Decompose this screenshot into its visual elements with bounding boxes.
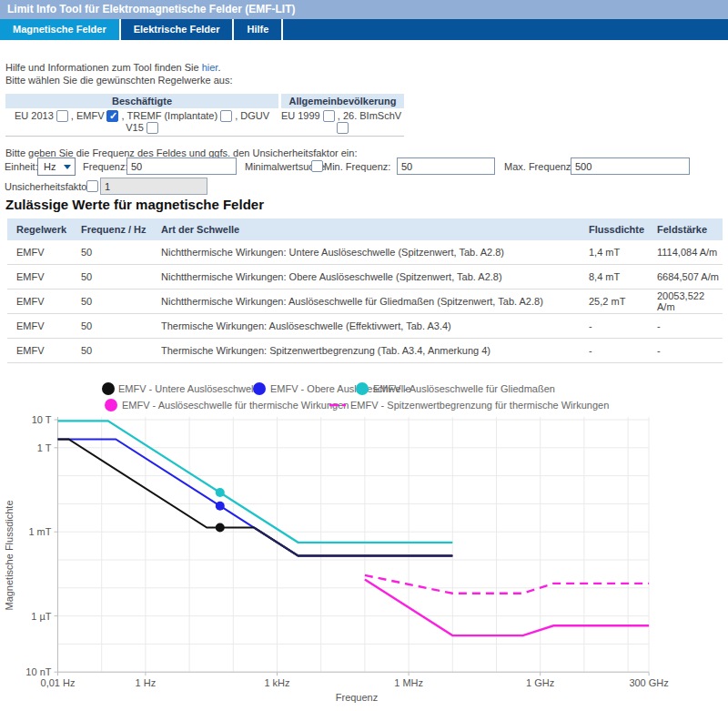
beschaeftigte-checkbox-group: EU 2013 , EMFV , TREMF (Implantate) , DG…: [5, 110, 278, 134]
legend-label: EMFV - Auslöseschwelle für thermische Wi…: [122, 400, 349, 411]
table-row: EMFV50Thermische Wirkungen: Auslöseschwe…: [7, 314, 723, 339]
table-cell: -: [581, 314, 650, 338]
max-frequenz-label: Max. Frequenz:: [504, 157, 573, 176]
separator: ,: [335, 110, 343, 121]
frequenz-input[interactable]: [126, 157, 237, 175]
chevron-down-icon: [64, 165, 71, 169]
min-frequenz-input[interactable]: [397, 157, 495, 175]
table-cell: Thermische Wirkungen: Auslöseschwelle (E…: [154, 314, 581, 338]
minimalwertsuche-checkbox[interactable]: [311, 160, 323, 172]
x-tick-label: 1 GHz: [526, 677, 554, 688]
y-tick-label: 1 mT: [28, 526, 51, 537]
table-cell: EMFV: [9, 289, 74, 313]
window-title: Limit Info Tool für Elektromagnetische F…: [0, 0, 728, 19]
x-tick-label: 1 kHz: [264, 677, 289, 688]
separator: ,: [232, 110, 240, 121]
regelwerk-label: TREMF (Implantate): [126, 110, 217, 121]
results-heading: Zulässige Werte für magnetische Felder: [5, 197, 264, 212]
table-cell: 50: [74, 314, 154, 338]
unsicherheitsfaktor-label: Unsicherheitsfaktor: [5, 178, 90, 196]
regelwerk-checkbox-26-bimschv[interactable]: [337, 122, 349, 134]
legend-dot-swatch: [253, 382, 266, 395]
x-tick-label: 1 MHz: [394, 677, 423, 688]
tab-bar: Magnetische FelderElektrische FelderHilf…: [0, 19, 728, 40]
table-cell: EMFV: [9, 314, 74, 338]
table-cell: 50: [74, 289, 154, 313]
legend-label: EMFV - Spitzenwertbegrenzung für thermis…: [350, 400, 609, 411]
chart-svg: 10 T1 T1 mT1 µT10 nT0,01 Hz1 Hz1 kHz1 MH…: [0, 381, 728, 711]
table-cell: EMFV: [9, 339, 74, 362]
x-tick-label: 0,01 Hz: [41, 677, 76, 688]
table-row: EMFV50Thermische Wirkungen: Spitzenwertb…: [7, 339, 723, 363]
table-cell: 6684,507 A/m: [650, 265, 723, 289]
table-cell: 50: [74, 240, 154, 264]
table-cell: Nichtthermische Wirkungen: Auslöseschwel…: [154, 289, 581, 313]
y-tick-label: 1 T: [37, 442, 52, 453]
series-spitzenwert-dashed-line: [365, 575, 649, 594]
regelwerk-checkbox-dguv-v15[interactable]: [147, 122, 158, 134]
legend-dot-swatch: [102, 382, 115, 395]
help-text: Hilfe und Informationen zum Tool finden …: [5, 62, 220, 73]
table-cell: -: [581, 339, 650, 362]
table-cell: Nichtthermische Wirkungen: Untere Auslös…: [154, 240, 581, 264]
table-cell: 50: [74, 339, 154, 362]
regelwerk-label: EU 1999: [281, 110, 320, 121]
min-frequenz-label: Min. Frequenz:: [324, 157, 390, 176]
series-obere-line: [58, 440, 453, 556]
tab-magnetische-felder[interactable]: Magnetische Felder: [0, 19, 121, 40]
results-column-header: Art der Schwelle: [154, 218, 581, 240]
regelwerke-table: Beschäftigte Allgemeinbevölkerung EU 201…: [5, 94, 404, 137]
allgemeinbevoelkerung-checkbox-group: EU 1999 , 26. BImSchV: [278, 110, 404, 134]
results-column-header: Feldstärke: [650, 218, 723, 240]
table-row: EMFV50Nichtthermische Wirkungen: Auslöse…: [7, 289, 723, 314]
separator: ,: [68, 110, 76, 121]
y-tick-label: 10 nT: [25, 666, 51, 677]
help-text-period: .: [217, 62, 220, 73]
unsicherheitsfaktor-input[interactable]: [100, 178, 207, 195]
regelwerk-checkbox-eu-2013[interactable]: [56, 110, 68, 122]
table-row: EMFV50Nichtthermische Wirkungen: Untere …: [7, 240, 723, 265]
column-header-beschaeftigte: Beschäftigte: [5, 94, 278, 108]
einheit-select[interactable]: Hz: [37, 157, 76, 176]
results-column-header: Regelwerk: [9, 218, 74, 240]
regelwerk-checkbox-emfv[interactable]: [106, 110, 118, 122]
column-header-allgemeinbevoelkerung: Allgemeinbevölkerung: [281, 94, 404, 108]
table-cell: -: [650, 314, 723, 338]
table-cell: Thermische Wirkungen: Spitzenwertbegrenz…: [154, 339, 581, 362]
table-cell: 8,4 mT: [581, 265, 650, 289]
regelwerk-checkbox-tremf-implantate-[interactable]: [220, 110, 232, 122]
table-cell: 1,4 mT: [581, 240, 650, 264]
regelwerke-prompt: Bitte wählen Sie die gewünschten Regelwe…: [5, 75, 232, 86]
table-cell: 25,2 mT: [581, 289, 650, 313]
results-table-body: EMFV50Nichtthermische Wirkungen: Untere …: [7, 240, 723, 363]
results-table: RegelwerkFrequenz / HzArt der SchwelleFl…: [7, 218, 723, 363]
table-row: EMFV50Nichtthermische Wirkungen: Obere A…: [7, 265, 723, 289]
help-link[interactable]: hier: [202, 62, 218, 73]
table-cell: 20053,522 A/m: [650, 289, 723, 313]
emf-lit-window: { "titlebar": { "title": "Limit Info Too…: [0, 0, 728, 711]
data-point-marker: [216, 488, 225, 497]
legend-label: EMFV - Auslöseschwelle für Gliedmaßen: [373, 383, 555, 394]
data-point-marker: [216, 523, 225, 533]
y-tick-label: 10 T: [32, 414, 52, 425]
regelwerk-label: EMFV: [76, 110, 105, 121]
table-cell: Nichtthermische Wirkungen: Obere Auslöse…: [154, 265, 581, 289]
table-cell: EMFV: [9, 265, 74, 289]
regelwerk-label: EU 2013: [15, 110, 54, 121]
series-untere-line: [58, 440, 453, 556]
table-cell: EMFV: [9, 240, 74, 264]
max-frequenz-input[interactable]: [571, 157, 690, 175]
results-column-header: Frequenz / Hz: [74, 218, 154, 240]
einheit-label: Einheit:: [5, 157, 38, 176]
table-cell: -: [650, 339, 723, 362]
help-text-body: Hilfe und Informationen zum Tool finden …: [5, 62, 199, 73]
tab-hilfe[interactable]: Hilfe: [234, 19, 283, 40]
limits-chart: 10 T1 T1 mT1 µT10 nT0,01 Hz1 Hz1 kHz1 MH…: [0, 381, 728, 711]
unsicherheitsfaktor-checkbox[interactable]: [86, 180, 98, 192]
table-cell: 1114,084 A/m: [650, 240, 723, 264]
tab-elektrische-felder[interactable]: Elektrische Felder: [121, 19, 235, 40]
einheit-selected-value: Hz: [44, 161, 56, 172]
legend-dot-swatch: [356, 382, 369, 395]
regelwerk-checkbox-eu-1999[interactable]: [323, 110, 335, 122]
x-tick-label: 300 GHz: [629, 677, 668, 688]
